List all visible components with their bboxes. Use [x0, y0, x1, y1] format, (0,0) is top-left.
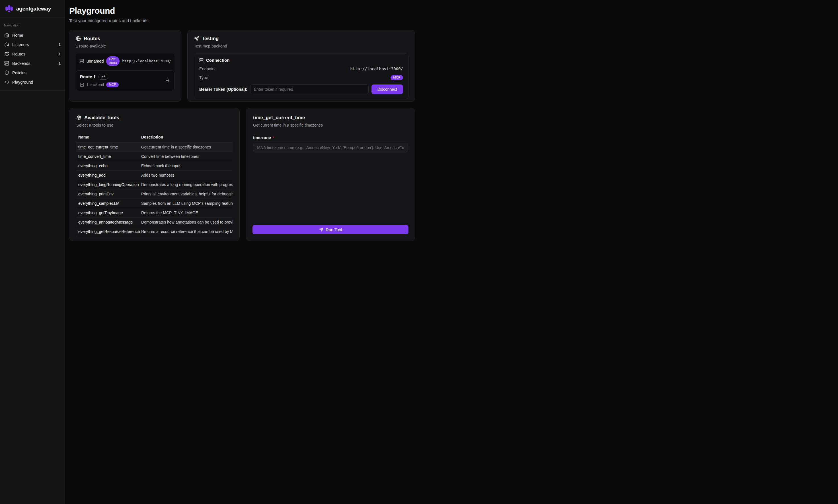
sidebar-item-count: 1 — [58, 52, 60, 56]
run-tool-label: Run Tool — [326, 228, 342, 232]
table-row[interactable]: everything_sampleLLMSamples from an LLM … — [76, 199, 232, 208]
route-name: Route 1 — [80, 74, 95, 79]
sidebar-item-home[interactable]: Home — [0, 31, 65, 40]
connection-panel: Connection Endpoint: http://localhost:30… — [194, 53, 408, 99]
bearer-token-input[interactable] — [250, 85, 369, 94]
tools-card-subtitle: Select a tools to use — [76, 123, 232, 127]
tool-description-cell: Convert time between timezones — [141, 154, 232, 159]
brand-name: agentgateway — [16, 6, 51, 12]
available-tools-card: Available Tools Select a tools to use Na… — [69, 108, 240, 241]
required-marker: * — [273, 136, 274, 140]
server-icon — [80, 83, 84, 87]
listener-group: unnamed Port 3000 http://localhost:3000/… — [76, 53, 174, 91]
tool-description-cell: Echoes back the input — [141, 164, 232, 168]
tools-table-body: time_get_current_timeGet current time in… — [76, 143, 232, 236]
column-header-description: Description — [141, 135, 232, 139]
tool-name-cell: everything_add — [76, 173, 141, 178]
routes-card-subtitle: 1 route available — [76, 44, 174, 48]
type-label: Type: — [199, 75, 209, 80]
timezone-field-label: timezone — [253, 136, 271, 140]
table-row[interactable]: everything_addAdds two numbers — [76, 170, 232, 180]
table-row[interactable]: everything_annotatedMessageDemonstrates … — [76, 218, 232, 227]
testing-card-title: Testing — [202, 36, 219, 41]
tool-description-cell: Get current time in a specific timezones — [141, 145, 232, 149]
table-row[interactable]: time_convert_timeConvert time between ti… — [76, 152, 232, 161]
table-row[interactable]: time_get_current_timeGet current time in… — [76, 143, 232, 152]
tool-name-cell: everything_getTinyImage — [76, 211, 141, 215]
listener-url: http://localhost:3000/ — [122, 59, 171, 63]
sidebar-item-routes[interactable]: Routes1 — [0, 49, 65, 59]
routes-card-title: Routes — [84, 36, 100, 41]
nav-list: HomeListeners1Routes1Backends1PoliciesPl… — [0, 31, 65, 87]
agentgateway-logo-icon — [5, 4, 13, 13]
home-icon — [4, 33, 9, 38]
tool-name-cell: time_convert_time — [76, 154, 141, 159]
port-badge: Port 3000 — [106, 56, 120, 66]
endpoint-label: Endpoint: — [199, 67, 216, 71]
page-subtitle: Test your configured routes and backends — [69, 18, 415, 23]
tools-table: Name Description time_get_current_timeGe… — [76, 135, 232, 236]
tool-description-cell: Samples from an LLM using MCP's sampling… — [141, 201, 232, 205]
server-icon — [199, 58, 204, 62]
route-item[interactable]: Route 1 /* 1 backend MCP — [76, 70, 174, 91]
disconnect-button[interactable]: Disconnect — [371, 85, 403, 94]
server-icon — [80, 59, 84, 64]
sidebar-item-backends[interactable]: Backends1 — [0, 59, 65, 68]
route-backend-count: 1 backend — [86, 83, 104, 87]
run-tool-button[interactable]: Run Tool — [252, 225, 408, 234]
sidebar-item-count: 1 — [58, 42, 60, 47]
tool-description-cell: Demonstrates how annotations can be used… — [141, 220, 232, 224]
table-row[interactable]: everything_getTinyImageReturns the MCP_T… — [76, 208, 232, 218]
route-type-badge: MCP — [106, 82, 119, 87]
tools-table-header: Name Description — [76, 135, 232, 143]
tool-name-cell: everything_printEnv — [76, 192, 141, 196]
route-path-badge: /* — [99, 74, 108, 79]
runner-tool-subtitle: Get current time in a specific timezones — [253, 123, 408, 127]
globe-icon — [76, 36, 81, 41]
tool-name-cell: time_get_current_time — [76, 145, 141, 149]
sidebar-item-label: Routes — [12, 52, 25, 56]
table-row[interactable]: everything_longRunningOperationDemonstra… — [76, 180, 232, 190]
tools-card-title: Available Tools — [84, 115, 119, 121]
listener-row[interactable]: unnamed Port 3000 http://localhost:3000/ — [76, 53, 174, 69]
shield-icon — [4, 70, 9, 75]
tool-name-cell: everything_annotatedMessage — [76, 220, 141, 224]
sidebar-item-listeners[interactable]: Listeners1 — [0, 40, 65, 49]
sidebar-item-policies[interactable]: Policies — [0, 68, 65, 77]
timezone-input[interactable] — [253, 143, 408, 152]
table-row[interactable]: everything_printEnvPrints all environmen… — [76, 190, 232, 199]
route-icon — [4, 52, 9, 56]
routes-card: Routes 1 route available unnamed Port 30… — [69, 30, 181, 102]
runner-tool-title: time_get_current_time — [253, 115, 408, 121]
tool-name-cell: everything_sampleLLM — [76, 201, 141, 205]
tool-name-cell: everything_echo — [76, 164, 141, 168]
send-icon — [194, 36, 199, 41]
listener-name: unnamed — [87, 59, 104, 64]
headphones-icon — [4, 42, 9, 47]
tool-name-cell: everything_getResourceReference — [76, 229, 141, 234]
tool-runner-card: time_get_current_time Get current time i… — [246, 108, 415, 241]
table-row[interactable]: everything_echoEchoes back the input — [76, 161, 232, 170]
sidebar-item-label: Backends — [12, 61, 31, 66]
sidebar-item-count: 1 — [58, 61, 60, 66]
column-header-name: Name — [76, 135, 141, 139]
server-icon — [4, 61, 9, 66]
sidebar-item-label: Listeners — [12, 42, 29, 47]
table-row[interactable]: everything_getResourceReferenceReturns a… — [76, 227, 232, 236]
nav-section-label: Navigation — [4, 24, 61, 27]
sidebar-item-label: Home — [12, 33, 23, 38]
sidebar: agentgateway Navigation HomeListeners1Ro… — [0, 0, 65, 252]
tool-name-cell: everything_longRunningOperation — [76, 182, 141, 187]
send-icon — [319, 228, 324, 232]
arrow-right-icon[interactable] — [165, 78, 170, 83]
main-content: Playground Test your configured routes a… — [65, 0, 419, 241]
sidebar-item-playground[interactable]: Playground — [0, 77, 65, 87]
testing-card: Testing Test mcp backend Connection Endp… — [187, 30, 415, 102]
brand[interactable]: agentgateway — [0, 0, 65, 18]
type-badge: MCP — [390, 75, 403, 80]
sidebar-item-label: Policies — [12, 71, 27, 75]
code-icon — [4, 79, 9, 85]
tool-description-cell: Adds two numbers — [141, 173, 232, 178]
tool-description-cell: Demonstrates a long running operation wi… — [141, 182, 232, 187]
gear-icon — [76, 115, 82, 120]
